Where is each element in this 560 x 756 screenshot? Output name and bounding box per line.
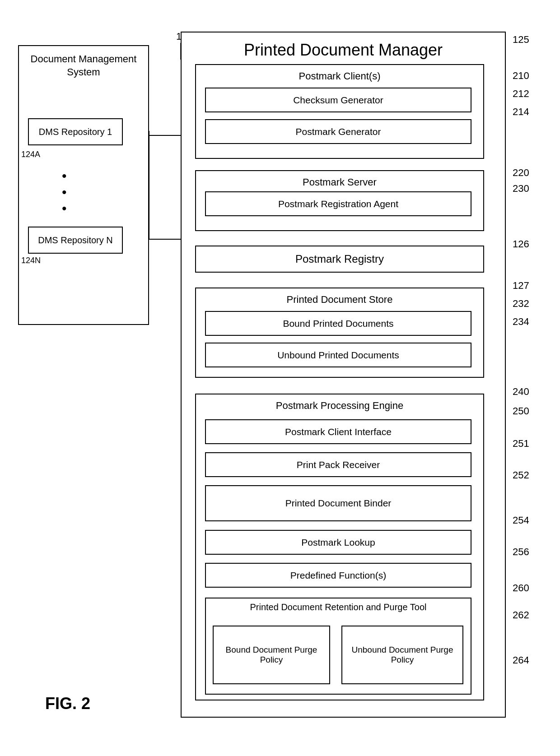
bound-printed-docs-box: Bound Printed Documents	[205, 311, 471, 336]
unbound-doc-purge-box: Unbound Document Purge Policy	[341, 626, 463, 684]
dms-repo-n-box: DMS Repository N	[28, 227, 123, 254]
ref-256: 256	[513, 546, 529, 558]
ref-250: 250	[513, 405, 529, 417]
pdm-title: Printed Document Manager	[182, 41, 505, 60]
dots: •••	[62, 168, 68, 217]
ref-232: 232	[513, 298, 529, 310]
retention-purge-group: Printed Document Retention and Purge Too…	[205, 598, 471, 695]
figure-label: FIG. 2	[45, 694, 90, 713]
postmark-lookup-label: Postmark Lookup	[301, 537, 375, 548]
ref-260: 260	[513, 582, 529, 594]
postmark-client-interface-box: Postmark Client Interface	[205, 419, 471, 444]
postmark-generator-box: Postmark Generator	[205, 119, 471, 144]
ref-125: 125	[513, 34, 529, 46]
dms-repo-1-label: DMS Repository 1	[39, 127, 112, 137]
unbound-printed-docs-box: Unbound Printed Documents	[205, 343, 471, 367]
postmark-clients-title: Postmark Client(s)	[196, 70, 483, 82]
postmark-registry-box: Postmark Registry	[195, 246, 484, 273]
ref-210: 210	[513, 70, 529, 82]
diagram: 123 Document Management System DMS Repos…	[9, 18, 551, 740]
ref-252: 252	[513, 469, 529, 481]
predefined-functions-box: Predefined Function(s)	[205, 563, 471, 588]
print-pack-receiver-label: Print Pack Receiver	[297, 459, 380, 470]
postmark-generator-label: Postmark Generator	[295, 126, 381, 137]
bound-doc-purge-box: Bound Document Purge Policy	[213, 626, 330, 684]
postmark-processing-group: Postmark Processing Engine Postmark Clie…	[195, 394, 484, 700]
dms-outer-box: Document Management System DMS Repositor…	[18, 45, 149, 325]
ref-212: 212	[513, 88, 529, 100]
printed-doc-binder-box: Printed Document Binder	[205, 485, 471, 521]
postmark-registry-label: Postmark Registry	[295, 253, 384, 265]
printed-doc-store-title: Printed Document Store	[196, 294, 483, 306]
ref-230: 230	[513, 183, 529, 195]
ref-251: 251	[513, 438, 529, 450]
postmark-reg-agent-box: Postmark Registration Agent	[205, 191, 471, 216]
ref-262: 262	[513, 609, 529, 621]
postmark-clients-group: Postmark Client(s) Checksum Generator Po…	[195, 64, 484, 159]
dms-repo-1-box: DMS Repository 1	[28, 118, 123, 145]
print-pack-receiver-box: Print Pack Receiver	[205, 452, 471, 477]
ref-240: 240	[513, 386, 529, 398]
ref-127: 127	[513, 280, 529, 292]
ref-124a: 124A	[21, 150, 40, 159]
ref-124n: 124N	[21, 256, 41, 265]
printed-doc-binder-label: Printed Document Binder	[285, 498, 392, 509]
unbound-doc-purge-label: Unbound Document Purge Policy	[347, 645, 458, 665]
ref-234: 234	[513, 316, 529, 328]
ref-254: 254	[513, 515, 529, 526]
postmark-server-title: Postmark Server	[196, 176, 483, 188]
postmark-lookup-box: Postmark Lookup	[205, 530, 471, 555]
postmark-server-group: Postmark Server Postmark Registration Ag…	[195, 170, 484, 231]
retention-purge-title: Printed Document Retention and Purge Too…	[206, 602, 471, 612]
unbound-printed-docs-label: Unbound Printed Documents	[277, 350, 399, 361]
checksum-generator-label: Checksum Generator	[293, 95, 383, 106]
printed-doc-store-group: Printed Document Store Bound Printed Doc…	[195, 288, 484, 378]
postmark-client-interface-label: Postmark Client Interface	[285, 427, 392, 437]
postmark-reg-agent-label: Postmark Registration Agent	[278, 199, 398, 209]
bound-doc-purge-label: Bound Document Purge Policy	[218, 645, 325, 665]
pdm-outer-box: Printed Document Manager Postmark Client…	[181, 32, 506, 718]
predefined-functions-label: Predefined Function(s)	[290, 570, 386, 581]
ref-126: 126	[513, 238, 529, 250]
postmark-processing-title: Postmark Processing Engine	[196, 400, 483, 412]
ref-214: 214	[513, 106, 529, 118]
dms-repo-n-label: DMS Repository N	[38, 235, 113, 246]
checksum-generator-box: Checksum Generator	[205, 88, 471, 112]
ref-264: 264	[513, 654, 529, 666]
dms-title: Document Management System	[19, 53, 148, 79]
bound-printed-docs-label: Bound Printed Documents	[283, 318, 393, 329]
ref-220: 220	[513, 167, 529, 179]
